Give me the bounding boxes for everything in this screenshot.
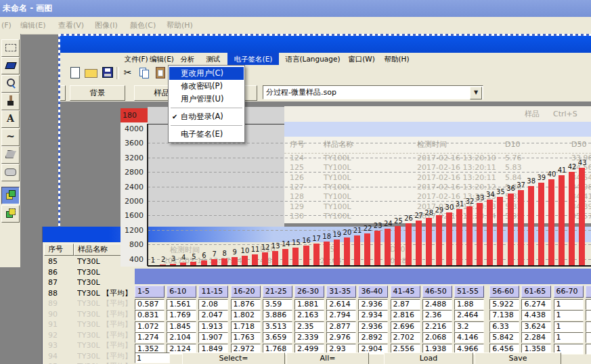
grid-cell[interactable]: 3.513 bbox=[263, 321, 292, 332]
sample-row-id[interactable]: 89 bbox=[48, 298, 72, 309]
sample-row-id[interactable]: 93 bbox=[48, 340, 72, 351]
sample-row-name[interactable]: TY30L bbox=[77, 267, 134, 278]
grid-cell[interactable]: 5.922 bbox=[489, 299, 519, 310]
sample-row-name[interactable]: TY30L 【平均】 bbox=[77, 298, 134, 309]
grid-cell[interactable]: 2.877 bbox=[326, 321, 356, 332]
grid-cell[interactable]: 2.08 bbox=[198, 299, 228, 310]
grid-cell[interactable]: 2.936 bbox=[358, 321, 388, 332]
grid-cell[interactable]: 2.816 bbox=[391, 310, 420, 321]
sample-row-id[interactable]: 94 bbox=[48, 351, 72, 362]
fill-tool[interactable] bbox=[1, 57, 20, 74]
curve-tool[interactable]: ~ bbox=[1, 129, 20, 146]
sample-row-id[interactable]: 95 bbox=[48, 361, 72, 364]
grid-cell[interactable]: 3.886 bbox=[263, 310, 292, 321]
toolbar-button-0[interactable]: 背景 bbox=[70, 85, 125, 101]
app-menu-1[interactable]: 编辑(E) bbox=[150, 53, 174, 65]
grid-cell[interactable]: 1 bbox=[554, 299, 584, 310]
grid-cell[interactable]: 2.36 bbox=[422, 310, 452, 321]
combo-dropdown-arrow-icon[interactable]: ▼ bbox=[470, 87, 482, 99]
grid-cell[interactable]: 3.2 bbox=[454, 321, 484, 332]
brush-tool[interactable] bbox=[1, 93, 20, 110]
app-menu-3[interactable]: 测试(M) bbox=[201, 53, 225, 65]
rect-select-tool[interactable] bbox=[1, 39, 20, 57]
grid-cell[interactable]: 1.881 bbox=[294, 299, 324, 310]
load-button[interactable]: Load bbox=[384, 352, 473, 364]
sample-row-id[interactable]: 88 bbox=[48, 288, 72, 299]
grid-cell[interactable]: 1.274 bbox=[135, 332, 165, 343]
grid-cell[interactable]: 0.587 bbox=[135, 299, 165, 310]
all-button[interactable]: All= bbox=[286, 352, 369, 364]
connect-button-clipped[interactable] bbox=[60, 85, 66, 101]
grid-cell[interactable]: 1.907 bbox=[198, 332, 228, 343]
sample-row-name[interactable]: TY30L bbox=[77, 277, 134, 288]
menu-item-change-password[interactable]: 修改密码(P) bbox=[169, 80, 244, 93]
sample-row-id[interactable]: 91 bbox=[48, 319, 72, 330]
rounded-rect-tool[interactable] bbox=[1, 164, 20, 181]
paste-icon[interactable] bbox=[153, 66, 167, 81]
paint-menu-4[interactable]: 颜色(C) bbox=[130, 17, 156, 34]
grid-cell[interactable]: 1.876 bbox=[231, 299, 261, 310]
grid-cell[interactable]: 2.87 bbox=[391, 299, 420, 310]
grid-cell[interactable]: 6.33 bbox=[489, 321, 519, 332]
grid-cell[interactable]: 1.763 bbox=[231, 332, 261, 343]
grid-cell[interactable]: 1.561 bbox=[167, 299, 196, 310]
grid-cell[interactable]: 2.216 bbox=[422, 321, 452, 332]
sample-row-name[interactable]: TY30L 【平均】 bbox=[77, 288, 134, 299]
grid-cell-clipped[interactable] bbox=[586, 310, 591, 321]
sample-row-name[interactable]: TY30L 【平均】 bbox=[77, 319, 134, 330]
grid-cell[interactable]: 1 bbox=[554, 332, 584, 343]
grid-cell[interactable]: 3.59 bbox=[263, 299, 292, 310]
menu-item-e-signature[interactable]: 电子签名(E) bbox=[169, 128, 244, 141]
grid-cell-clipped[interactable] bbox=[586, 332, 591, 343]
app-menu-0[interactable]: 文件(F) bbox=[124, 53, 148, 65]
grid-cell[interactable]: 1.88 bbox=[454, 299, 484, 310]
grid-cell[interactable]: 2.702 bbox=[391, 332, 420, 343]
sample-row-id[interactable]: 92 bbox=[48, 330, 72, 341]
paint-menu-1[interactable]: 编辑(E) bbox=[20, 17, 46, 34]
grid-cell[interactable]: 6.274 bbox=[521, 299, 551, 310]
sample-row-name[interactable]: TY30L 【平均】 bbox=[77, 309, 134, 320]
polygon-tool[interactable] bbox=[1, 146, 20, 164]
sample-row-id[interactable]: 85 bbox=[48, 256, 72, 267]
cut-icon[interactable]: ✂ bbox=[121, 66, 135, 81]
grid-cell[interactable]: 2.696 bbox=[391, 321, 420, 332]
menu-item-user-management[interactable]: 用户管理(U) bbox=[169, 93, 244, 106]
grid-cell[interactable]: 2.35 bbox=[294, 321, 324, 332]
grid-cell[interactable]: 2.976 bbox=[326, 332, 356, 343]
sop-file-combobox[interactable]: 分过程-微量样品.sop ▼ bbox=[263, 85, 483, 99]
text-tool[interactable]: A bbox=[1, 110, 20, 128]
app-menu-5[interactable]: 语言(Language) bbox=[283, 53, 343, 65]
grid-cell[interactable]: 2.047 bbox=[198, 310, 228, 321]
select-button[interactable]: Select= bbox=[182, 352, 285, 364]
grid-cell[interactable]: 1.769 bbox=[167, 310, 196, 321]
grid-cell[interactable]: 2.163 bbox=[294, 310, 324, 321]
grid-cell[interactable]: 3.659 bbox=[263, 332, 292, 343]
grid-cell[interactable]: 2.339 bbox=[294, 332, 324, 343]
table-row[interactable]: 127TY100L2017-02-16 13:20:125.8034.98 bbox=[284, 183, 591, 192]
grid-cell[interactable]: 0.831 bbox=[135, 310, 165, 321]
grid-cell[interactable]: 1 bbox=[554, 310, 584, 321]
paint-menu-0[interactable]: (F) bbox=[1, 17, 12, 34]
paint-menu-3[interactable]: 图像(I) bbox=[95, 17, 118, 34]
grid-cell-clipped[interactable] bbox=[586, 344, 591, 355]
app-menu-2[interactable]: 分析(A) bbox=[175, 53, 200, 65]
table-row[interactable]: 124TY100L2017-02-16 13:20:105.7633.96 bbox=[284, 154, 591, 163]
grid-cell[interactable]: 1.845 bbox=[167, 321, 196, 332]
grid-cell[interactable]: 2.464 bbox=[454, 310, 484, 321]
grid-cell[interactable]: 2.284 bbox=[521, 332, 551, 343]
app-titlebar[interactable] bbox=[60, 36, 591, 53]
menu-item-change-user[interactable]: 更改用户(C) bbox=[169, 67, 244, 80]
sample-row-id[interactable]: 90 bbox=[48, 309, 72, 320]
sample-row-name[interactable]: TY30L 【平均】 bbox=[77, 351, 134, 362]
sample-row-id[interactable]: 87 bbox=[48, 277, 72, 288]
sample-row-name[interactable]: TY30L 【平均】 bbox=[77, 330, 134, 341]
grid-cell[interactable]: 7.138 bbox=[489, 310, 519, 321]
grid-cell-clipped[interactable] bbox=[586, 321, 591, 332]
grid-cell-clipped[interactable] bbox=[586, 299, 591, 310]
grid-cell[interactable]: 2.892 bbox=[358, 332, 388, 343]
sample-row-name[interactable]: TY30L 【平均】 bbox=[77, 361, 134, 364]
grid-cell[interactable]: 3.624 bbox=[521, 321, 551, 332]
grid-cell[interactable]: 1.913 bbox=[198, 321, 228, 332]
grid-cell[interactable]: 2.934 bbox=[358, 310, 388, 321]
grid-cell[interactable]: 4.438 bbox=[521, 310, 551, 321]
